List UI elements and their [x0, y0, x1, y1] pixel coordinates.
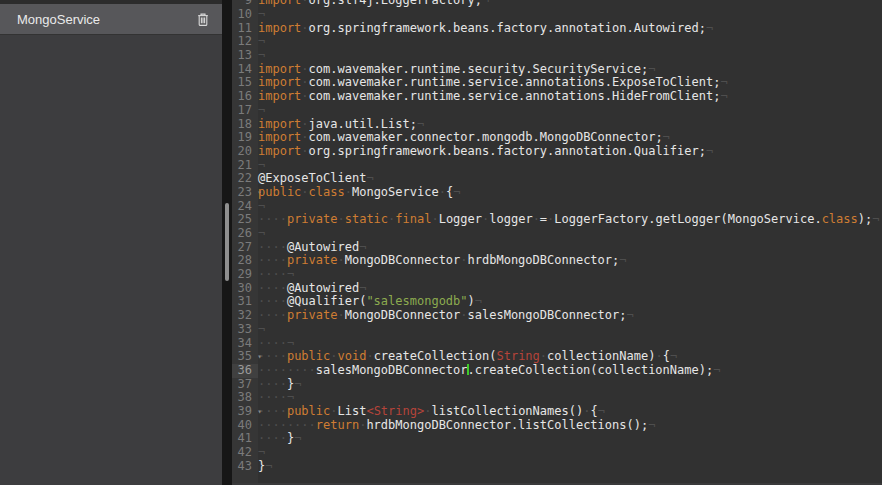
- line-number[interactable]: 16: [232, 90, 258, 104]
- sidebar-scrollbar-thumb[interactable]: [225, 203, 229, 281]
- code-line: public·class·MongoService·{¬: [258, 186, 882, 200]
- newline-marker: ¬: [287, 390, 294, 404]
- newline-marker: ¬: [475, 294, 482, 308]
- newline-marker: ¬: [258, 7, 265, 21]
- newline-marker: ¬: [258, 322, 265, 336]
- newline-marker: ¬: [482, 0, 489, 7]
- line-number[interactable]: 20: [232, 145, 258, 159]
- line-number-gutter[interactable]: 91011121314151617181920212223▾2425262728…: [232, 0, 258, 473]
- line-number[interactable]: 30: [232, 282, 258, 296]
- code-line: import·com.wavemaker.runtime.security.Se…: [258, 63, 882, 77]
- code-line: ¬: [258, 446, 882, 460]
- code-line: import·org.slf4j.LoggerFactory;¬: [258, 0, 882, 8]
- code-line: ····¬: [258, 337, 882, 351]
- line-number[interactable]: 42: [232, 446, 258, 460]
- code-line: import·com.wavemaker.runtime.service.ann…: [258, 76, 882, 90]
- line-number[interactable]: 33: [232, 323, 258, 337]
- code-area[interactable]: import·org.slf4j.LoggerFactory;¬¬import·…: [258, 0, 882, 473]
- newline-marker: ¬: [258, 199, 265, 213]
- line-number[interactable]: 22: [232, 172, 258, 186]
- line-number[interactable]: 19: [232, 131, 258, 145]
- newline-marker: ¬: [258, 226, 265, 240]
- line-number[interactable]: 23▾: [232, 186, 258, 200]
- newline-marker: ¬: [720, 89, 727, 103]
- newline-marker: ¬: [648, 62, 655, 76]
- newline-marker: ¬: [598, 404, 605, 418]
- code-line: ····private·MongoDBConnector·hrdbMongoDB…: [258, 254, 882, 268]
- line-number[interactable]: 39▾: [232, 405, 258, 419]
- line-number[interactable]: 31: [232, 295, 258, 309]
- newline-marker: ¬: [359, 240, 366, 254]
- code-line: ····¬: [258, 268, 882, 282]
- code-line: ····}¬: [258, 378, 882, 392]
- line-number[interactable]: 13: [232, 49, 258, 63]
- line-number[interactable]: 15: [232, 76, 258, 90]
- newline-marker: ¬: [706, 144, 713, 158]
- newline-marker: ¬: [294, 377, 301, 391]
- newline-marker: ¬: [670, 349, 677, 363]
- newline-marker: ¬: [417, 117, 424, 131]
- line-number[interactable]: 38: [232, 391, 258, 405]
- line-number[interactable]: 41: [232, 432, 258, 446]
- code-line: ····@Autowired¬: [258, 282, 882, 296]
- line-number[interactable]: 21: [232, 159, 258, 173]
- service-name-label: MongoService: [17, 12, 194, 27]
- line-number[interactable]: 24: [232, 200, 258, 214]
- code-line: ¬: [258, 159, 882, 173]
- line-number[interactable]: 40: [232, 419, 258, 433]
- newline-marker: ¬: [265, 459, 272, 473]
- newline-marker: ¬: [713, 363, 720, 377]
- line-number[interactable]: 29: [232, 268, 258, 282]
- line-number[interactable]: 27: [232, 241, 258, 255]
- code-line: ¬: [258, 8, 882, 22]
- line-number[interactable]: 25: [232, 213, 258, 227]
- line-number[interactable]: 26: [232, 227, 258, 241]
- line-number[interactable]: 43: [232, 460, 258, 474]
- newline-marker: ¬: [287, 267, 294, 281]
- code-line: import·java.util.List;¬: [258, 118, 882, 132]
- code-line: ····@Autowired¬: [258, 241, 882, 255]
- sidebar-scrollbar-track[interactable]: [222, 0, 232, 485]
- code-line: @ExposeToClient¬: [258, 172, 882, 186]
- newline-marker: ¬: [258, 103, 265, 117]
- code-line: ¬: [258, 104, 882, 118]
- sidebar-item-mongoservice[interactable]: MongoService: [0, 4, 222, 35]
- line-number[interactable]: 36: [232, 364, 258, 378]
- line-number[interactable]: 28: [232, 254, 258, 268]
- newline-marker: ¬: [627, 308, 634, 322]
- newline-marker: ¬: [872, 212, 879, 226]
- line-number[interactable]: 37: [232, 378, 258, 392]
- line-number[interactable]: 34: [232, 337, 258, 351]
- java-code-editor[interactable]: 91011121314151617181920212223▾2425262728…: [232, 0, 882, 485]
- code-line: ····}¬: [258, 432, 882, 446]
- newline-marker: ¬: [258, 48, 265, 62]
- line-number[interactable]: 12: [232, 35, 258, 49]
- code-line: ¬: [258, 323, 882, 337]
- newline-marker: ¬: [720, 75, 727, 89]
- services-sidebar: MongoService: [0, 0, 222, 485]
- line-number[interactable]: 35▾: [232, 350, 258, 364]
- code-line: ····public·void·createCollection(String·…: [258, 350, 882, 364]
- delete-service-button[interactable]: [194, 10, 212, 28]
- code-line: ········return·hrdbMongoDBConnector.list…: [258, 419, 882, 433]
- newline-marker: ¬: [366, 171, 373, 185]
- line-number[interactable]: 10: [232, 8, 258, 22]
- newline-marker: ¬: [287, 336, 294, 350]
- code-line: ¬: [258, 35, 882, 49]
- code-line: import·org.springframework.beans.factory…: [258, 22, 882, 36]
- line-number[interactable]: 17: [232, 104, 258, 118]
- line-number[interactable]: 18: [232, 118, 258, 132]
- newline-marker: ¬: [706, 21, 713, 35]
- newline-marker: ¬: [663, 130, 670, 144]
- line-number[interactable]: 11: [232, 22, 258, 36]
- code-line: ····@Qualifier("salesmongodb")¬: [258, 295, 882, 309]
- line-number[interactable]: 32: [232, 309, 258, 323]
- line-number[interactable]: 14: [232, 63, 258, 77]
- code-line: }¬: [258, 460, 882, 474]
- code-line: ····public·List<String>·listCollectionNa…: [258, 405, 882, 419]
- code-line: ¬: [258, 227, 882, 241]
- code-line: ········salesMongoDBConnector.createColl…: [258, 364, 882, 378]
- trash-icon: [196, 12, 210, 27]
- newline-marker: ¬: [359, 281, 366, 295]
- code-line: ¬: [258, 49, 882, 63]
